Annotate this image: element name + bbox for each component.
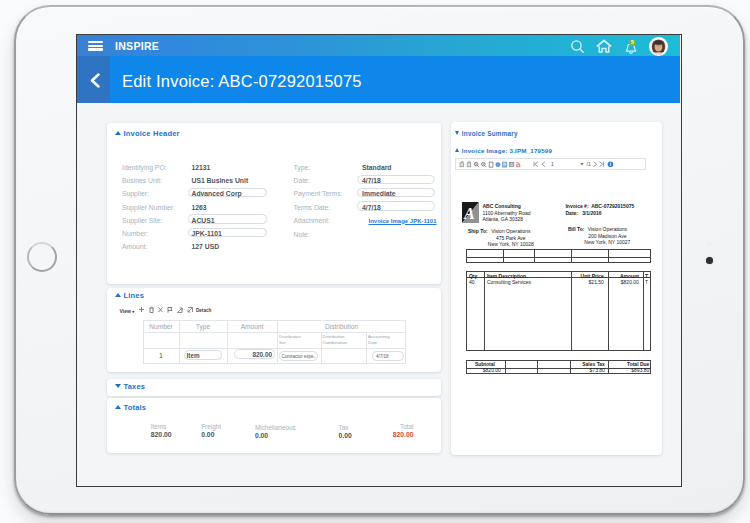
svg-text:1: 1 <box>551 161 554 167</box>
svg-text:A: A <box>463 204 475 221</box>
svg-text:/1: /1 <box>587 161 591 167</box>
svg-text:i: i <box>610 162 611 167</box>
